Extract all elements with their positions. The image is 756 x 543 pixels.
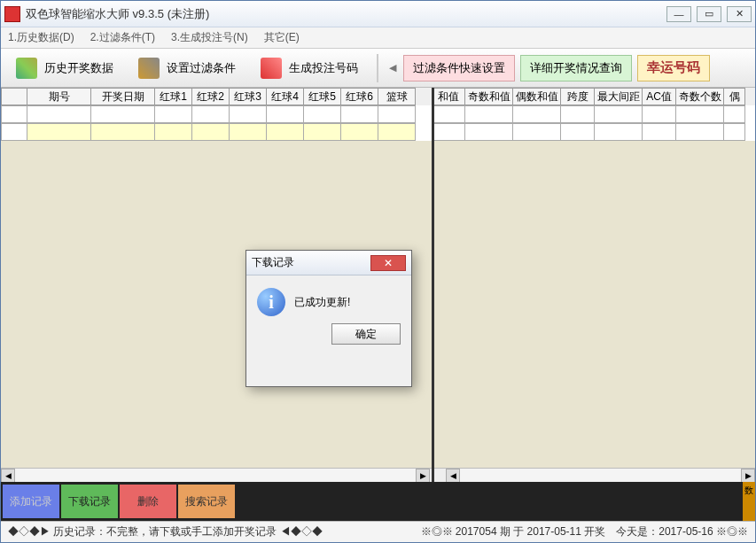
- col-oddcount[interactable]: 奇数个数: [676, 88, 724, 105]
- lucky-number-button[interactable]: 幸运号码: [637, 55, 710, 81]
- maximize-button[interactable]: ▭: [697, 6, 721, 22]
- col-red2[interactable]: 红球2: [192, 88, 230, 105]
- menu-other[interactable]: 其它(E): [264, 30, 300, 45]
- dialog-titlebar[interactable]: 下载记录 ✕: [246, 251, 411, 275]
- dialog-message: 已成功更新!: [294, 295, 350, 310]
- generate-numbers-button[interactable]: 生成投注号码: [251, 53, 368, 83]
- dialog-close-button[interactable]: ✕: [370, 255, 406, 271]
- dialog-ok-button[interactable]: 确定: [331, 323, 401, 345]
- set-filter-label: 设置过滤条件: [167, 60, 236, 76]
- right-indicator[interactable]: 数: [743, 482, 755, 521]
- history-data-button[interactable]: 历史开奖数据: [6, 53, 123, 83]
- minimize-button[interactable]: —: [666, 6, 691, 22]
- menubar: 1.历史数据(D) 2.过滤条件(T) 3.生成投注号(N) 其它(E): [1, 27, 755, 49]
- vertical-splitter[interactable]: [432, 88, 434, 482]
- download-dialog: 下载记录 ✕ i 已成功更新! 确定: [246, 250, 412, 387]
- col-red3[interactable]: 红球3: [230, 88, 267, 105]
- hscrollbar[interactable]: ◀ ▶ ◀ ▶: [1, 468, 755, 482]
- generate-numbers-label: 生成投注号码: [289, 60, 358, 76]
- delete-label: 删除: [137, 494, 159, 509]
- menu-generate[interactable]: 3.生成投注号(N): [171, 30, 248, 45]
- dialog-title: 下载记录: [252, 255, 370, 270]
- col-ac[interactable]: AC值: [643, 88, 676, 105]
- grid-row-1[interactable]: [1, 105, 755, 123]
- window-title: 双色球智能缩水大师 v9.3.5 (未注册): [26, 6, 666, 22]
- col-sum[interactable]: 和值: [432, 88, 465, 105]
- scroll-left-icon-2[interactable]: ◀: [446, 469, 460, 483]
- lucky-number-label: 幸运号码: [647, 59, 700, 76]
- quick-filter-label: 过滤条件快速设置: [413, 60, 505, 76]
- add-record-label: 添加记录: [10, 494, 52, 509]
- set-filter-button[interactable]: 设置过滤条件: [129, 53, 246, 83]
- statusbar: ◆◇◆▶ 历史记录：不完整，请下载或手工添加开奖记录 ◀◆◇◆ ※◎※ 2017…: [1, 521, 755, 542]
- scroll-right-icon[interactable]: ▶: [416, 469, 430, 483]
- col-red5[interactable]: 红球5: [304, 88, 341, 105]
- col-rowheader[interactable]: [1, 88, 27, 105]
- col-evensum[interactable]: 偶数和值: [513, 88, 561, 105]
- menu-filter[interactable]: 2.过滤条件(T): [90, 30, 155, 45]
- search-record-button[interactable]: 搜索记录: [178, 485, 235, 518]
- delete-button[interactable]: 删除: [120, 485, 176, 518]
- bottom-toolbar: 添加记录 下载记录 删除 搜索记录 数: [1, 482, 755, 521]
- col-blue[interactable]: 篮球: [378, 88, 416, 105]
- app-icon: [4, 6, 20, 22]
- history-data-label: 历史开奖数据: [44, 60, 113, 76]
- col-red6[interactable]: 红球6: [341, 88, 378, 105]
- download-record-button[interactable]: 下载记录: [61, 485, 118, 518]
- scroll-right-icon-2[interactable]: ▶: [741, 469, 755, 483]
- detail-query-label: 详细开奖情况查询: [530, 60, 622, 76]
- status-right: ※◎※ 2017054 期 于 2017-05-11 开奖 今天是：2017-0…: [421, 524, 749, 539]
- col-even[interactable]: 偶: [724, 88, 745, 105]
- col-date[interactable]: 开奖日期: [91, 88, 155, 105]
- detail-query-button[interactable]: 详细开奖情况查询: [520, 55, 632, 81]
- books-icon: [16, 58, 37, 79]
- add-record-button[interactable]: 添加记录: [3, 485, 59, 518]
- quick-filter-button[interactable]: 过滤条件快速设置: [403, 55, 515, 81]
- search-record-label: 搜索记录: [185, 494, 228, 509]
- scroll-left-icon[interactable]: ◀: [1, 469, 15, 483]
- grid-row-2-selected[interactable]: [1, 123, 755, 141]
- titlebar: 双色球智能缩水大师 v9.3.5 (未注册) — ▭ ✕: [1, 1, 755, 27]
- menu-history[interactable]: 1.历史数据(D): [8, 30, 74, 45]
- col-issue[interactable]: 期号: [27, 88, 91, 105]
- info-icon: i: [257, 288, 285, 316]
- col-red1[interactable]: 红球1: [155, 88, 192, 105]
- dialog-ok-label: 确定: [355, 328, 377, 340]
- col-oddsum[interactable]: 奇数和值: [465, 88, 513, 105]
- grid-header-row: 期号 开奖日期 红球1 红球2 红球3 红球4 红球5 红球6 篮球 和值 奇数…: [1, 88, 755, 105]
- col-red4[interactable]: 红球4: [267, 88, 304, 105]
- toolbar: 历史开奖数据 设置过滤条件 生成投注号码 ◀ 过滤条件快速设置 详细开奖情况查询…: [1, 49, 755, 88]
- col-maxgap[interactable]: 最大间距: [595, 88, 643, 105]
- scroll-left-button[interactable]: ◀: [387, 62, 398, 74]
- tools-icon: [138, 58, 160, 79]
- col-span[interactable]: 跨度: [561, 88, 595, 105]
- gem-icon: [261, 58, 282, 79]
- close-button[interactable]: ✕: [727, 6, 752, 22]
- download-record-label: 下载记录: [68, 494, 111, 509]
- status-left: ◆◇◆▶ 历史记录：不完整，请下载或手工添加开奖记录 ◀◆◇◆: [8, 524, 323, 539]
